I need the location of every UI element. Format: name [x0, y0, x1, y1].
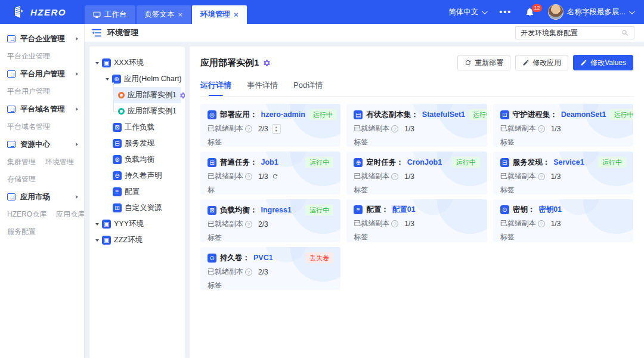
- tree-caret-icon[interactable]: [95, 223, 99, 226]
- sidebar-item-平台企业管理[interactable]: 平台企业管理: [7, 51, 50, 61]
- resource-card-Service1: ⊟服务发现：Service1运行中已就绪副本?1/3标签选择器app.kuber…: [493, 152, 633, 195]
- tree-node-服务发现[interactable]: ⊟服务发现: [106, 135, 181, 152]
- sidebar-sub-row: 平台用户管理: [0, 83, 84, 100]
- cronjob-icon: ⊕: [354, 158, 363, 167]
- card-name-link[interactable]: DeamonSet1: [561, 110, 606, 119]
- tree-node-自定义资源[interactable]: ⊞自定义资源: [106, 200, 181, 216]
- sidebar-group-label: 平台用户管理: [20, 69, 65, 79]
- sidebar-group-应用市场[interactable]: 应用市场: [0, 188, 84, 206]
- selector-label: 标签选择器: [208, 185, 221, 195]
- 修改应用-button[interactable]: 修改应用: [515, 55, 568, 70]
- app-window-icon: [7, 193, 16, 200]
- selector-row: 标签选择器app.kubernetes.io/instance=ng: [354, 137, 479, 147]
- help-circle-icon[interactable]: ?: [538, 173, 545, 180]
- search-input[interactable]: [521, 29, 621, 37]
- workbench-icon: [93, 11, 101, 18]
- tree-caret-icon[interactable]: [95, 239, 99, 242]
- tree-node-ZZZ环境[interactable]: ▣ZZZ环境: [95, 232, 181, 248]
- sidebar-item-服务配置[interactable]: 服务配置: [7, 227, 36, 237]
- sidebar: 平台企业管理平台企业管理平台用户管理平台用户管理平台域名管理平台域名管理资源中心…: [0, 24, 85, 358]
- nav-tab-label: 页签文本: [145, 10, 175, 20]
- help-circle-icon[interactable]: ?: [391, 125, 398, 132]
- help-circle-icon[interactable]: ?: [538, 125, 545, 132]
- card-kind-label: 定时任务：: [366, 158, 404, 168]
- sidebar-group-平台域名管理[interactable]: 平台域名管理: [0, 100, 84, 118]
- replicas-value: 1/3: [551, 125, 561, 133]
- tab-Pod详情[interactable]: Pod详情: [293, 80, 323, 96]
- more-menu-icon[interactable]: •••: [499, 7, 512, 17]
- card-kind-label: 持久卷：: [220, 253, 250, 263]
- search-icon[interactable]: [621, 29, 629, 37]
- tree-node-应用部署实例1[interactable]: 应用部署实例1: [113, 103, 181, 119]
- help-circle-icon[interactable]: ?: [245, 268, 252, 276]
- card-kind-label: 密钥：: [513, 205, 535, 215]
- status-badge: 运行中: [598, 157, 626, 168]
- card-name-link[interactable]: 密钥01: [538, 205, 562, 215]
- tab-运行详情[interactable]: 运行详情: [200, 80, 231, 96]
- help-circle-icon[interactable]: ?: [245, 173, 252, 180]
- tree-node-YYY环境[interactable]: ▣YYY环境: [95, 216, 181, 232]
- collapse-menu-icon[interactable]: [92, 29, 101, 37]
- card-name-link[interactable]: 配置01: [392, 205, 416, 215]
- restart-icon[interactable]: [272, 173, 278, 180]
- tree-node-label: 应用部署实例1: [128, 90, 177, 100]
- nav-tab-工作台[interactable]: 工作台: [85, 5, 135, 24]
- chevron-down-icon: [629, 8, 635, 14]
- replica-stepper[interactable]: ▴▾: [272, 124, 281, 134]
- 修改Values-button[interactable]: 修改Values: [573, 55, 633, 70]
- tree-node-工作负载[interactable]: ⊠工作负载: [106, 119, 181, 135]
- hzero-logo-icon: [13, 6, 26, 18]
- card-name-link[interactable]: Ingress1: [261, 206, 292, 214]
- sidebar-item-应用仓库[interactable]: 应用仓库: [56, 209, 85, 220]
- sidebar-group-资源中心[interactable]: 资源中心: [0, 135, 84, 153]
- sidebar-item-HZERO仓库[interactable]: HZERO仓库: [7, 209, 47, 220]
- 重新部署-button[interactable]: 重新部署: [457, 55, 510, 70]
- help-circle-icon[interactable]: ?: [391, 173, 398, 180]
- tree-node-负载均衡[interactable]: ⊗负载均衡: [106, 152, 181, 168]
- statefulset-icon: ▤: [354, 110, 363, 119]
- sidebar-item-集群管理[interactable]: 集群管理: [7, 157, 36, 167]
- replicas-row: 已就绪副本?2/3▴▾: [208, 124, 333, 134]
- nav-tab-环境管理[interactable]: 环境管理×: [192, 5, 247, 24]
- search-box[interactable]: [515, 26, 634, 39]
- card-name-link[interactable]: StatefulSet1: [422, 110, 465, 119]
- close-icon[interactable]: ×: [234, 10, 239, 19]
- job-icon: ⊞: [208, 158, 216, 167]
- language-switcher[interactable]: 简体中文: [448, 7, 486, 17]
- card-name-link[interactable]: Service1: [553, 158, 584, 166]
- pvc-icon: ⊖: [113, 171, 122, 180]
- card-kind-label: 有状态副本集：: [366, 110, 419, 120]
- tree-node-持久卷声明[interactable]: ⊖持久卷声明: [106, 168, 181, 184]
- close-icon[interactable]: ×: [178, 10, 183, 19]
- sidebar-item-存储管理[interactable]: 存储管理: [7, 174, 36, 184]
- card-name-link[interactable]: hzero-admin: [261, 110, 305, 119]
- sidebar-sub-row: 平台域名管理: [0, 118, 84, 135]
- user-menu[interactable]: 名称字段最多展...: [548, 4, 633, 20]
- tree-node-XXX环境[interactable]: ▣XXX环境: [95, 55, 181, 71]
- card-name-link[interactable]: PVC1: [253, 254, 273, 262]
- help-circle-icon[interactable]: ?: [245, 221, 252, 228]
- card-name-link[interactable]: Job1: [261, 158, 278, 166]
- node-settings-gear-icon[interactable]: [179, 92, 185, 99]
- tree-caret-icon[interactable]: [95, 62, 99, 64]
- tree-node-配置[interactable]: ≡配置: [106, 184, 181, 200]
- sidebar-group-平台企业管理[interactable]: 平台企业管理: [0, 30, 84, 48]
- card-name-link[interactable]: CronJob1: [407, 158, 442, 166]
- help-circle-icon[interactable]: ?: [245, 125, 252, 132]
- help-circle-icon[interactable]: ?: [391, 220, 398, 227]
- topbar-right: 简体中文 ••• 12 名称字段最多展...: [448, 0, 644, 24]
- sidebar-group-平台用户管理[interactable]: 平台用户管理: [0, 65, 84, 83]
- tab-事件详情[interactable]: 事件详情: [247, 80, 278, 96]
- sidebar-item-环境管理[interactable]: 环境管理: [45, 157, 74, 167]
- language-label: 简体中文: [448, 7, 478, 17]
- card-kind-label: 部署应用：: [220, 110, 258, 120]
- help-circle-icon[interactable]: ?: [538, 220, 545, 227]
- instance-settings-gear-icon[interactable]: [263, 59, 271, 67]
- nav-tab-页签文本[interactable]: 页签文本×: [137, 5, 191, 24]
- tree-caret-icon[interactable]: [106, 78, 109, 81]
- sidebar-item-平台用户管理[interactable]: 平台用户管理: [7, 87, 50, 97]
- sidebar-item-平台域名管理[interactable]: 平台域名管理: [7, 122, 50, 132]
- tree-node-应用部署实例1[interactable]: 应用部署实例1: [113, 87, 181, 103]
- notification-bell[interactable]: 12: [525, 7, 535, 17]
- edit-icon: [580, 59, 587, 66]
